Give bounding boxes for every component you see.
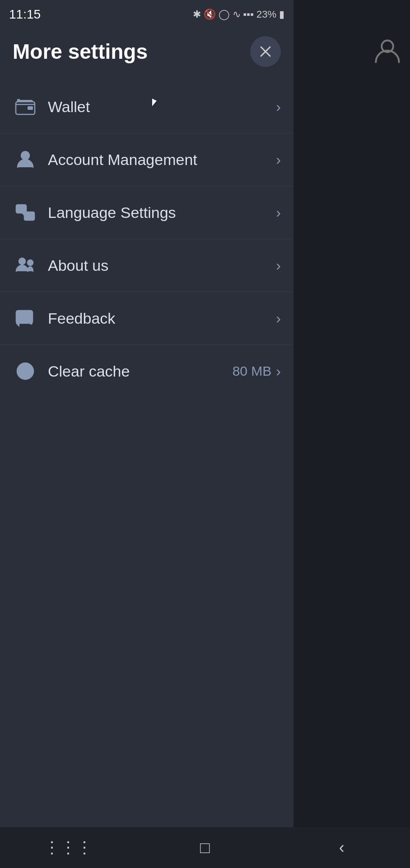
about-us-icon xyxy=(13,253,38,278)
svg-point-10 xyxy=(28,260,33,265)
signal-icon: ▪▪▪ xyxy=(243,9,254,20)
settings-menu: Wallet › Account Management › xyxy=(0,80,294,397)
wallet-label: Wallet xyxy=(48,98,276,116)
status-time: 11:15 xyxy=(9,7,41,22)
svg-point-9 xyxy=(19,258,25,264)
menu-item-clear-cache[interactable]: Clear cache 80 MB › xyxy=(0,345,294,397)
battery-text: 23% xyxy=(256,9,276,20)
menu-item-wallet[interactable]: Wallet › xyxy=(0,80,294,133)
menu-item-about-us[interactable]: About us › xyxy=(0,239,294,292)
status-bar: 11:15 ✱ 🔇 ◯ ∿ ▪▪▪ 23% ▮ xyxy=(0,0,294,27)
feedback-chevron: › xyxy=(276,310,281,327)
language-settings-icon xyxy=(13,200,38,225)
home-icon: □ xyxy=(200,838,210,857)
svg-rect-11 xyxy=(16,311,33,323)
menu-item-account-management[interactable]: Account Management › xyxy=(0,133,294,186)
bottom-navigation: ⋮⋮⋮ □ ‹ xyxy=(0,827,410,868)
clear-cache-icon xyxy=(13,359,38,384)
recent-apps-icon: ⋮⋮⋮ xyxy=(44,838,93,857)
wallet-icon xyxy=(13,94,38,119)
about-us-chevron: › xyxy=(276,257,281,274)
recent-apps-button[interactable]: ⋮⋮⋮ xyxy=(50,830,86,866)
language-settings-label: Language Settings xyxy=(48,204,276,222)
close-icon xyxy=(258,44,273,59)
close-button[interactable] xyxy=(250,36,281,67)
clear-cache-meta: 80 MB xyxy=(233,363,272,379)
svg-rect-8 xyxy=(24,212,34,220)
account-management-icon xyxy=(13,147,38,172)
page-title: More settings xyxy=(13,39,148,64)
feedback-icon xyxy=(13,306,38,331)
status-icons: ✱ 🔇 ◯ ∿ ▪▪▪ 23% ▮ xyxy=(193,9,284,20)
main-panel: 11:15 ✱ 🔇 ◯ ∿ ▪▪▪ 23% ▮ More settings xyxy=(0,0,294,868)
wifi-icon: ∿ xyxy=(233,9,241,20)
home-button[interactable]: □ xyxy=(187,830,223,866)
location-icon: ◯ xyxy=(219,9,230,20)
menu-item-language-settings[interactable]: Language Settings › xyxy=(0,186,294,239)
feedback-label: Feedback xyxy=(48,310,276,327)
volume-icon: 🔇 xyxy=(204,9,216,20)
header: More settings xyxy=(0,27,294,80)
back-button[interactable]: ‹ xyxy=(324,830,360,866)
svg-rect-7 xyxy=(16,205,26,213)
account-management-label: Account Management xyxy=(48,151,276,169)
clear-cache-label: Clear cache xyxy=(48,363,233,380)
avatar-icon xyxy=(373,36,402,65)
account-management-chevron: › xyxy=(276,151,281,168)
menu-item-feedback[interactable]: Feedback › xyxy=(0,292,294,345)
battery-icon: ▮ xyxy=(279,9,284,20)
background-panel xyxy=(294,0,410,868)
bluetooth-icon: ✱ xyxy=(193,9,201,20)
clear-cache-chevron: › xyxy=(276,363,281,380)
about-us-label: About us xyxy=(48,257,276,274)
svg-point-6 xyxy=(21,151,29,160)
svg-rect-5 xyxy=(17,99,20,102)
back-icon: ‹ xyxy=(339,838,345,857)
wallet-chevron: › xyxy=(276,99,281,115)
language-settings-chevron: › xyxy=(276,204,281,221)
svg-rect-4 xyxy=(28,106,33,110)
